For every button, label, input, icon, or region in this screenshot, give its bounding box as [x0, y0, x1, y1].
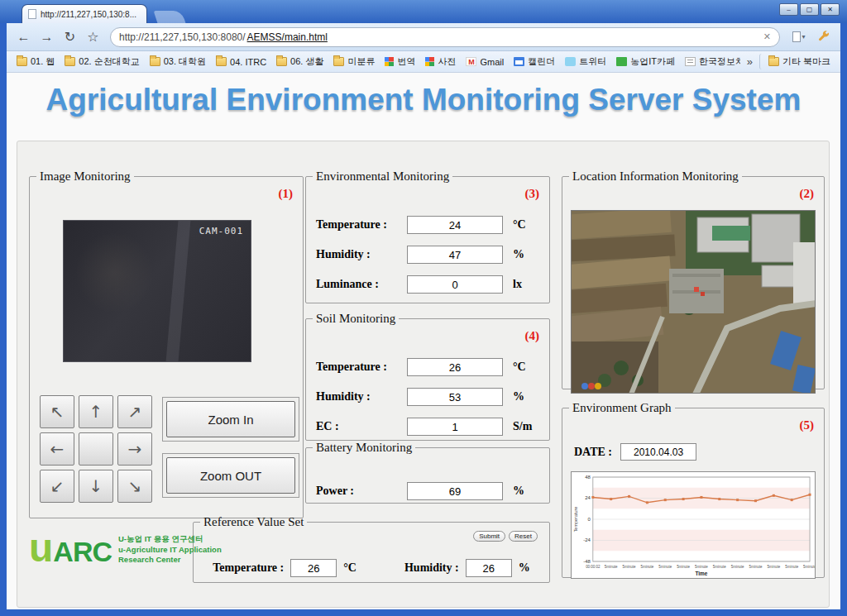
- bookmark-item[interactable]: 03. 대학원: [145, 54, 211, 69]
- bookmark-item[interactable]: 02. 순천대학교: [60, 54, 144, 69]
- folder-icon: [216, 57, 227, 66]
- field-label: Temperature :: [316, 361, 407, 374]
- wrench-menu-button[interactable]: [814, 26, 834, 47]
- svg-text:Temperature: Temperature: [573, 507, 578, 532]
- satellite-map-image[interactable]: [571, 210, 816, 394]
- folder-icon: [276, 57, 287, 66]
- unit-label: °C: [513, 361, 526, 374]
- reference-value-set-title: Reference Value Set: [200, 515, 307, 529]
- soil-temperature-input[interactable]: [407, 358, 503, 376]
- env-luminance-input[interactable]: [407, 275, 503, 294]
- field-label: Luminance :: [316, 278, 407, 291]
- bookmark-label: 04. ITRC: [230, 57, 266, 67]
- bookmark-item[interactable]: 캘린더: [509, 54, 560, 69]
- pan-right-button[interactable]: →: [117, 432, 152, 466]
- bookmark-label: 02. 순천대학교: [79, 55, 139, 68]
- zoom-in-frame: Zoom In: [162, 397, 299, 442]
- folder-icon: [65, 57, 75, 66]
- bookmark-label: 트위터: [579, 55, 606, 68]
- pan-up-right-button[interactable]: ↗: [117, 395, 152, 428]
- browser-tab[interactable]: http://211,227,150,130:8...: [22, 4, 147, 23]
- wrench-icon: [817, 31, 830, 44]
- env-humidity-input[interactable]: [407, 246, 503, 264]
- ref-temperature-input[interactable]: [290, 559, 337, 577]
- bookmarks-bar: 01. 웹02. 순천대학교03. 대학원04. ITRC06. 생활미분류번역…: [7, 51, 840, 73]
- reference-value-set-panel: Reference Value Set Submit Reset Tempera…: [193, 515, 550, 583]
- arrow-pad: ↖↑↗←→↙↓↘: [40, 395, 152, 503]
- soil-humidity-input[interactable]: [407, 388, 503, 406]
- section-number-badge: (2): [800, 187, 815, 201]
- page-icon: [792, 31, 801, 42]
- maximize-button[interactable]: ▢: [800, 3, 819, 16]
- new-tab-button[interactable]: [154, 11, 186, 23]
- reload-icon[interactable]: ↻: [60, 26, 80, 47]
- env-temperature-input[interactable]: [407, 216, 503, 234]
- pan-center-button[interactable]: [79, 432, 113, 466]
- svg-text:Time: Time: [695, 571, 707, 576]
- tab-title: http://211,227,150,130:8...: [41, 10, 136, 19]
- browser-body: ← → ↻ ☆ http://211,227,150,130:8080/ AEM…: [7, 23, 840, 609]
- bookmark-item[interactable]: 06. 생활: [271, 54, 328, 69]
- svg-text:5minute: 5minute: [749, 565, 763, 569]
- bookmark-item[interactable]: 번역: [380, 54, 420, 69]
- reset-button[interactable]: Reset: [509, 531, 538, 542]
- page-title: Agricultural Environment Monitoring Serv…: [7, 83, 840, 117]
- location-monitoring-panel: Location Information Monitoring (2): [562, 170, 825, 389]
- image-monitoring-title: Image Monitoring: [36, 170, 134, 184]
- svg-text:5minute: 5minute: [785, 565, 798, 569]
- bookmarks-overflow-icon[interactable]: »: [740, 55, 759, 68]
- close-button[interactable]: ✕: [821, 3, 840, 16]
- uarc-logo-brand: uARC: [29, 532, 112, 568]
- tab-favicon-icon: [28, 9, 36, 19]
- page-content: Agricultural Environment Monitoring Serv…: [7, 73, 840, 609]
- pan-down-button[interactable]: ↓: [79, 470, 113, 503]
- address-bar[interactable]: http://211,227,150,130:8080/ AEMSS/main.…: [110, 27, 780, 47]
- main-panel: Image Monitoring (1) CAM-001 ↖↑↗←→↙↓↘ Zo…: [17, 141, 830, 608]
- bookmark-item[interactable]: 01. 웹: [12, 54, 60, 69]
- bookmark-item[interactable]: 농업IT카페: [611, 54, 680, 69]
- pan-down-left-button[interactable]: ↙: [40, 470, 74, 503]
- browser-toolbar: ← → ↻ ☆ http://211,227,150,130:8080/ AEM…: [7, 23, 840, 51]
- monitor-row: Temperature : °C: [316, 357, 541, 377]
- battery-power-input[interactable]: [407, 482, 503, 500]
- svg-text:0: 0: [588, 517, 591, 522]
- environment-graph-title: Environment Graph: [569, 401, 675, 415]
- bookmark-star-icon[interactable]: ☆: [83, 26, 103, 47]
- unit-label: %: [513, 485, 524, 498]
- bookmark-label: 06. 생활: [290, 55, 323, 68]
- pan-left-button[interactable]: ←: [40, 432, 74, 466]
- svg-text:5minute: 5minute: [640, 565, 653, 569]
- submit-button[interactable]: Submit: [473, 531, 505, 542]
- soil-ec-input[interactable]: [407, 418, 503, 436]
- bookmark-item[interactable]: 04. ITRC: [211, 55, 271, 69]
- grid-icon: [425, 57, 434, 66]
- back-icon[interactable]: ←: [13, 26, 34, 47]
- pan-up-button[interactable]: ↑: [79, 395, 113, 428]
- clear-url-icon[interactable]: ✕: [763, 31, 771, 42]
- unit-label: °C: [343, 561, 357, 575]
- pan-down-right-button[interactable]: ↘: [117, 470, 152, 503]
- other-bookmarks-button[interactable]: 기타 북마크: [759, 54, 835, 69]
- date-input[interactable]: [620, 443, 696, 461]
- unit-label: °C: [513, 218, 526, 232]
- section-number-badge: (3): [525, 187, 540, 201]
- bookmark-item[interactable]: 미분류: [328, 54, 380, 69]
- field-label: Humidity :: [316, 390, 407, 404]
- environment-graph-panel: Environment Graph (5) DATE : 48240-24-48…: [562, 401, 825, 578]
- bookmark-item[interactable]: 트위터: [560, 54, 611, 69]
- zoom-in-button[interactable]: Zoom In: [166, 401, 295, 437]
- bookmark-item[interactable]: Gmail: [461, 55, 509, 69]
- page-menu-button[interactable]: ▾: [787, 26, 811, 47]
- zoom-out-button[interactable]: Zoom OUT: [166, 457, 295, 494]
- bookmark-label: 사전: [438, 55, 456, 68]
- bookmark-item[interactable]: 사전: [420, 54, 461, 69]
- minimize-button[interactable]: –: [779, 3, 798, 16]
- forward-icon[interactable]: →: [36, 26, 57, 47]
- bookmark-label: 농업IT카페: [630, 55, 675, 68]
- field-label: Temperature :: [316, 218, 407, 232]
- ref-humidity-input[interactable]: [466, 559, 512, 577]
- pan-up-left-button[interactable]: ↖: [40, 395, 74, 428]
- field-label: Humidity :: [316, 248, 407, 261]
- bookmark-item[interactable]: 한국정보처리학회: [680, 54, 740, 69]
- camera-id-label: CAM-001: [199, 226, 243, 236]
